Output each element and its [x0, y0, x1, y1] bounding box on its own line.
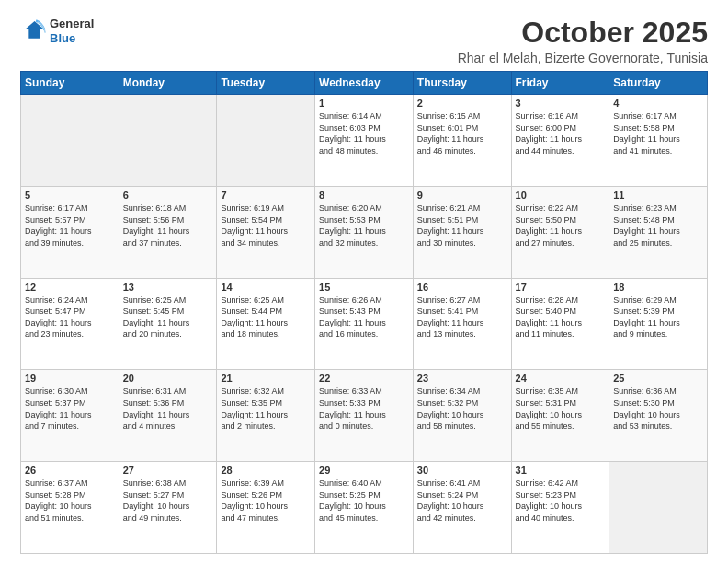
- calendar-day-header: Saturday: [609, 72, 708, 95]
- day-info: Sunrise: 6:25 AM Sunset: 5:44 PM Dayligh…: [221, 294, 311, 340]
- day-number: 14: [221, 282, 311, 293]
- calendar-cell: 9Sunrise: 6:21 AM Sunset: 5:51 PM Daylig…: [413, 186, 511, 278]
- day-number: 30: [417, 465, 507, 476]
- calendar-day-header: Tuesday: [217, 72, 315, 95]
- header: General Blue October 2025 Rhar el Melah,…: [20, 17, 708, 65]
- day-info: Sunrise: 6:22 AM Sunset: 5:50 PM Dayligh…: [516, 202, 606, 248]
- day-number: 6: [123, 190, 213, 201]
- day-info: Sunrise: 6:42 AM Sunset: 5:23 PM Dayligh…: [516, 477, 606, 523]
- day-number: 4: [613, 98, 703, 109]
- calendar-week-row: 5Sunrise: 6:17 AM Sunset: 5:57 PM Daylig…: [21, 186, 708, 278]
- calendar-cell: [217, 95, 315, 187]
- page: General Blue October 2025 Rhar el Melah,…: [0, 0, 728, 563]
- calendar-cell: 4Sunrise: 6:17 AM Sunset: 5:58 PM Daylig…: [609, 95, 708, 187]
- day-number: 15: [319, 282, 409, 293]
- day-info: Sunrise: 6:24 AM Sunset: 5:47 PM Dayligh…: [25, 294, 115, 340]
- day-info: Sunrise: 6:39 AM Sunset: 5:26 PM Dayligh…: [221, 477, 311, 523]
- day-number: 26: [25, 465, 115, 476]
- day-info: Sunrise: 6:33 AM Sunset: 5:33 PM Dayligh…: [319, 385, 409, 431]
- day-info: Sunrise: 6:23 AM Sunset: 5:48 PM Dayligh…: [613, 202, 703, 248]
- day-info: Sunrise: 6:14 AM Sunset: 6:03 PM Dayligh…: [319, 110, 409, 156]
- day-info: Sunrise: 6:15 AM Sunset: 6:01 PM Dayligh…: [417, 110, 507, 156]
- day-info: Sunrise: 6:31 AM Sunset: 5:36 PM Dayligh…: [123, 385, 213, 431]
- calendar-cell: 21Sunrise: 6:32 AM Sunset: 5:35 PM Dayli…: [217, 370, 315, 462]
- calendar-cell: 1Sunrise: 6:14 AM Sunset: 6:03 PM Daylig…: [315, 95, 414, 187]
- calendar-cell: [21, 95, 119, 187]
- calendar-day-header: Sunday: [21, 72, 119, 95]
- calendar-cell: 29Sunrise: 6:40 AM Sunset: 5:25 PM Dayli…: [315, 462, 414, 554]
- subtitle: Rhar el Melah, Bizerte Governorate, Tuni…: [458, 51, 708, 65]
- title-block: October 2025 Rhar el Melah, Bizerte Gove…: [458, 17, 708, 65]
- calendar-week-row: 26Sunrise: 6:37 AM Sunset: 5:28 PM Dayli…: [21, 462, 708, 554]
- logo-line2: Blue: [50, 31, 94, 46]
- day-number: 20: [123, 373, 213, 384]
- day-number: 8: [319, 190, 409, 201]
- calendar-week-row: 19Sunrise: 6:30 AM Sunset: 5:37 PM Dayli…: [21, 370, 708, 462]
- logo: General Blue: [20, 17, 94, 45]
- day-number: 5: [25, 190, 115, 201]
- calendar-cell: 13Sunrise: 6:25 AM Sunset: 5:45 PM Dayli…: [119, 278, 217, 370]
- logo-text: General Blue: [50, 17, 94, 45]
- calendar-cell: 30Sunrise: 6:41 AM Sunset: 5:24 PM Dayli…: [413, 462, 511, 554]
- calendar-cell: 19Sunrise: 6:30 AM Sunset: 5:37 PM Dayli…: [21, 370, 119, 462]
- day-number: 19: [25, 373, 115, 384]
- calendar-cell: 28Sunrise: 6:39 AM Sunset: 5:26 PM Dayli…: [217, 462, 315, 554]
- day-info: Sunrise: 6:32 AM Sunset: 5:35 PM Dayligh…: [221, 385, 311, 431]
- day-info: Sunrise: 6:41 AM Sunset: 5:24 PM Dayligh…: [417, 477, 507, 523]
- day-info: Sunrise: 6:26 AM Sunset: 5:43 PM Dayligh…: [319, 294, 409, 340]
- day-number: 29: [319, 465, 409, 476]
- day-info: Sunrise: 6:20 AM Sunset: 5:53 PM Dayligh…: [319, 202, 409, 248]
- day-number: 31: [516, 465, 606, 476]
- day-number: 21: [221, 373, 311, 384]
- day-info: Sunrise: 6:37 AM Sunset: 5:28 PM Dayligh…: [25, 477, 115, 523]
- day-number: 28: [221, 465, 311, 476]
- day-info: Sunrise: 6:28 AM Sunset: 5:40 PM Dayligh…: [516, 294, 606, 340]
- main-title: October 2025: [458, 17, 708, 49]
- calendar-cell: 7Sunrise: 6:19 AM Sunset: 5:54 PM Daylig…: [217, 186, 315, 278]
- day-info: Sunrise: 6:21 AM Sunset: 5:51 PM Dayligh…: [417, 202, 507, 248]
- calendar-cell: 12Sunrise: 6:24 AM Sunset: 5:47 PM Dayli…: [21, 278, 119, 370]
- calendar-day-header: Friday: [511, 72, 609, 95]
- day-number: 25: [613, 373, 703, 384]
- calendar-cell: 15Sunrise: 6:26 AM Sunset: 5:43 PM Dayli…: [315, 278, 414, 370]
- day-number: 23: [417, 373, 507, 384]
- day-info: Sunrise: 6:16 AM Sunset: 6:00 PM Dayligh…: [516, 110, 606, 156]
- day-number: 11: [613, 190, 703, 201]
- calendar-cell: [609, 462, 708, 554]
- calendar-day-header: Thursday: [413, 72, 511, 95]
- calendar-cell: 3Sunrise: 6:16 AM Sunset: 6:00 PM Daylig…: [511, 95, 609, 187]
- day-number: 16: [417, 282, 507, 293]
- day-number: 2: [417, 98, 507, 109]
- calendar-table: SundayMondayTuesdayWednesdayThursdayFrid…: [20, 71, 708, 554]
- calendar-cell: 5Sunrise: 6:17 AM Sunset: 5:57 PM Daylig…: [21, 186, 119, 278]
- day-info: Sunrise: 6:36 AM Sunset: 5:30 PM Dayligh…: [613, 385, 703, 431]
- day-info: Sunrise: 6:18 AM Sunset: 5:56 PM Dayligh…: [123, 202, 213, 248]
- calendar-week-row: 12Sunrise: 6:24 AM Sunset: 5:47 PM Dayli…: [21, 278, 708, 370]
- day-info: Sunrise: 6:38 AM Sunset: 5:27 PM Dayligh…: [123, 477, 213, 523]
- day-info: Sunrise: 6:17 AM Sunset: 5:58 PM Dayligh…: [613, 110, 703, 156]
- calendar-day-header: Wednesday: [315, 72, 414, 95]
- calendar-cell: 8Sunrise: 6:20 AM Sunset: 5:53 PM Daylig…: [315, 186, 414, 278]
- day-info: Sunrise: 6:30 AM Sunset: 5:37 PM Dayligh…: [25, 385, 115, 431]
- day-number: 12: [25, 282, 115, 293]
- calendar-cell: 25Sunrise: 6:36 AM Sunset: 5:30 PM Dayli…: [609, 370, 708, 462]
- calendar-cell: 11Sunrise: 6:23 AM Sunset: 5:48 PM Dayli…: [609, 186, 708, 278]
- day-info: Sunrise: 6:19 AM Sunset: 5:54 PM Dayligh…: [221, 202, 311, 248]
- calendar-cell: 18Sunrise: 6:29 AM Sunset: 5:39 PM Dayli…: [609, 278, 708, 370]
- logo-line1: General: [50, 17, 94, 31]
- day-number: 7: [221, 190, 311, 201]
- calendar-cell: 27Sunrise: 6:38 AM Sunset: 5:27 PM Dayli…: [119, 462, 217, 554]
- calendar-cell: 2Sunrise: 6:15 AM Sunset: 6:01 PM Daylig…: [413, 95, 511, 187]
- day-info: Sunrise: 6:25 AM Sunset: 5:45 PM Dayligh…: [123, 294, 213, 340]
- day-info: Sunrise: 6:27 AM Sunset: 5:41 PM Dayligh…: [417, 294, 507, 340]
- calendar-cell: 17Sunrise: 6:28 AM Sunset: 5:40 PM Dayli…: [511, 278, 609, 370]
- day-info: Sunrise: 6:40 AM Sunset: 5:25 PM Dayligh…: [319, 477, 409, 523]
- calendar-cell: 26Sunrise: 6:37 AM Sunset: 5:28 PM Dayli…: [21, 462, 119, 554]
- calendar-cell: 20Sunrise: 6:31 AM Sunset: 5:36 PM Dayli…: [119, 370, 217, 462]
- day-number: 1: [319, 98, 409, 109]
- day-number: 22: [319, 373, 409, 384]
- day-number: 18: [613, 282, 703, 293]
- calendar-cell: 31Sunrise: 6:42 AM Sunset: 5:23 PM Dayli…: [511, 462, 609, 554]
- calendar-cell: 16Sunrise: 6:27 AM Sunset: 5:41 PM Dayli…: [413, 278, 511, 370]
- calendar-cell: 24Sunrise: 6:35 AM Sunset: 5:31 PM Dayli…: [511, 370, 609, 462]
